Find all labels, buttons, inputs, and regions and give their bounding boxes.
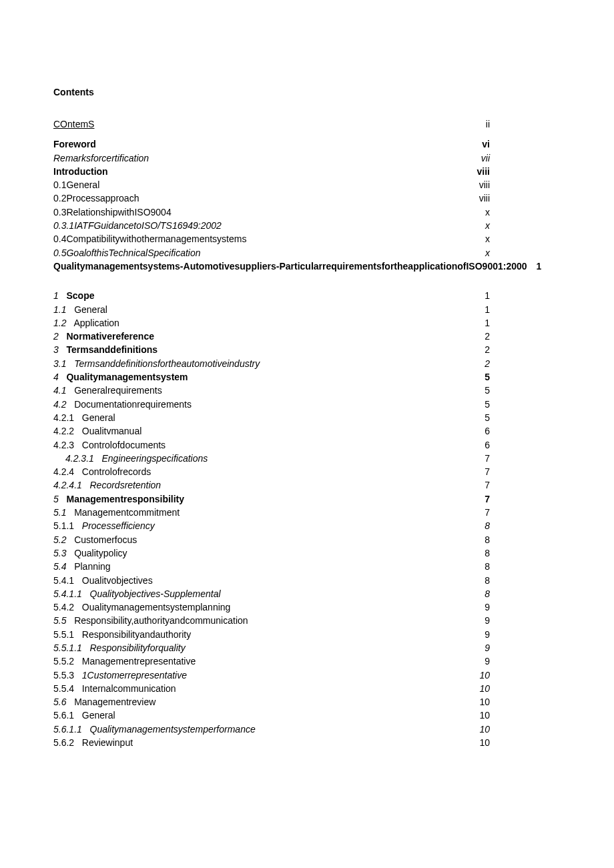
toc-number: 1.2 [53,316,66,330]
toc-title: Recordsretention [90,480,162,490]
toc-title: Termsanddefinitionsfortheautomotiveindus… [74,358,260,369]
toc-page: 10 [463,709,490,722]
toc-number: 5.6.2 [53,736,74,749]
toc-page: 8 [463,546,490,560]
toc-number: 4.2 [53,398,66,411]
toc-page: 10 [463,669,490,682]
toc-page: 2 [463,357,490,370]
toc-page: 10 [463,682,490,695]
toc-row: 4.2.3 Controlofdocuments6 [53,438,490,452]
front-matter-page: x [463,219,490,232]
toc-title: Managementresponsibility [66,494,184,504]
toc-number: 4.2.4.1 [53,478,82,492]
toc-page: 5 [463,398,490,411]
toc-title: Oualitymanagementsystemplanning [82,602,231,612]
toc-page: 7 [463,492,490,506]
front-matter-page: x [463,246,490,260]
front-matter-row: 0.5GoalofthisTechnicalSpecificationx [53,246,490,260]
toc-page: 9 [463,628,490,641]
front-matter-label: 0.1General [53,178,99,191]
toc-number: 5.3 [53,546,66,560]
toc-page: 8 [463,533,490,546]
toc-row: 1 Scope1 [53,289,490,302]
main-title-label: Qualitymanagementsystems-Automotivesuppl… [53,260,527,273]
toc-title: Customerfocus [74,534,137,545]
toc-number: 4.2.3 [53,438,74,452]
toc-title: Responsibilityandauthority [82,629,191,640]
toc-row: 4.2 Documentationrequirements5 [53,398,490,411]
toc-title: Termsanddefinitions [66,344,158,355]
toc-row: 5.1 Managementcommitment7 [53,506,490,519]
toc-row: 5.5.4 Internalcommunication10 [53,682,490,695]
toc-row: 5.6.1 General10 [53,709,490,722]
toc-number: 4 [53,370,59,384]
toc-page: 2 [463,343,490,356]
front-matter-row: 0.3RelationshipwithISO9004x [53,205,490,219]
toc-title: Oualitvobjectives [82,575,153,586]
toc-number: 4.2.3.1 [65,452,94,465]
front-matter-label: 0.3RelationshipwithISO9004 [53,205,172,219]
toc-number: 5.6.1 [53,709,74,722]
front-matter-row: 0.1Generalviii [53,178,490,191]
toc-row: 1.2 Application1 [53,316,490,330]
toc-row: 4.2.2 Oualitvmanual6 [53,424,490,438]
toc-page: 8 [463,560,490,573]
toc-number: 5.6 [53,695,66,709]
front-matter-page: vi [463,137,490,151]
toc-page: 5 [463,370,490,384]
toc-title: Scope [66,290,94,301]
toc-number: 5.1.1 [53,519,74,532]
front-matter-row: Forewordvi [53,137,490,151]
contents-heading: Contents [53,87,561,97]
front-matter-label: 0.2Processapproach [53,191,139,205]
toc-title: Qualitypolicy [74,548,127,558]
toc-title: Controlofrecords [82,466,151,477]
toc-title: General [82,710,115,721]
toc-title: Processefficiency [82,520,155,531]
toc-row: 5.1.1 Processefficiency8 [53,519,490,532]
toc-title: 1Customerrepresentative [82,670,187,681]
toc-title: Managementreview [74,697,156,707]
toc-row: 5.5.2 Managementrepresentative9 [53,655,490,668]
toc-page: 7 [463,452,490,465]
toc-page: 5 [463,384,490,397]
toc-number: 5.4.1.1 [53,587,82,600]
toc-number: 5.4.1 [53,574,74,587]
toc-number: 1.1 [53,303,66,316]
toc-row: 5.5.1.1 Responsibilityforquality9 [53,641,490,655]
toc-title: Internalcommunication [82,683,176,694]
front-matter-label: Remarksforcertification [53,151,149,165]
toc-page: 8 [463,519,490,532]
toc-title: Controlofdocuments [82,440,166,450]
front-matter-row: Remarksforcertificationvii [53,151,490,165]
toc-title: Managementcommitment [74,507,180,518]
front-matter-page: viii [463,165,490,178]
toc-page: 9 [463,641,490,655]
toc-number: 1 [53,289,59,302]
toc-number: 5.5 [53,614,66,627]
toc-number: 5.5.1.1 [53,641,82,655]
toc-title: Generalrequirements [74,385,162,396]
contents-self-link-row: COntemS ii [53,117,490,131]
toc-title: General [82,412,115,423]
front-matter-label: 0.3.1IATFGuidancetoISO/TS16949:2002 [53,219,222,232]
toc-page: 9 [463,614,490,627]
front-matter-page: viii [463,178,490,191]
toc-row: 5.4 Planning8 [53,560,490,573]
toc-page: 1 [463,316,490,330]
toc-title: Engineeringspecifications [102,453,208,464]
toc-number: 3.1 [53,357,66,370]
front-matter-row: 0.4Compatibilitywithothermanagementsyste… [53,232,490,246]
toc-number: 5.5.3 [53,669,74,682]
front-matter-label: Introduction [53,165,108,178]
toc-row: 2 Normativereference2 [53,330,490,343]
contents-self-link-page: ii [463,117,490,131]
toc-row: 4.2.3.1 Engineeringspecifications7 [53,452,490,465]
toc-page: 2 [463,330,490,343]
toc-number: 5.4 [53,560,66,573]
toc-row: 5.2 Customerfocus8 [53,533,490,546]
front-matter-label: Foreword [53,137,96,151]
toc-row: 5.5.3 1Customerrepresentative10 [53,669,490,682]
toc-page: 7 [463,478,490,492]
toc-row: 5.4.2 Oualitymanagementsystemplanning9 [53,600,490,614]
